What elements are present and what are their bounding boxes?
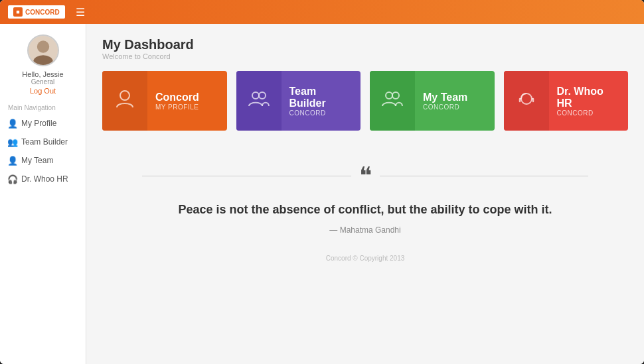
sidebar-role: General [31, 78, 55, 86]
card-title-dr-whoo-hr: Dr. Whoo HR [557, 86, 621, 109]
card-icon-area-dr-whoo-hr [504, 71, 549, 131]
card-info-team-builder: Team Builder CONCORD [282, 71, 361, 131]
nav-label-team-builder: Team Builder [21, 137, 68, 147]
svg-point-4 [252, 92, 259, 99]
svg-point-6 [386, 92, 392, 99]
card-icon-area-team-builder [236, 71, 282, 131]
nav-icon-dr-whoo-hr: 🎧 [8, 174, 17, 184]
sidebar-item-dr-whoo-hr[interactable]: 🎧 Dr. Whoo HR [0, 170, 86, 188]
card-subtitle-my-team: CONCORD [423, 103, 487, 111]
topbar: ■ CONCORD ☰ [0, 0, 644, 24]
nav-icon-my-team: 👤 [8, 156, 17, 165]
logo-text: CONCORD [25, 9, 60, 16]
nav-icon-my-profile: 👤 [8, 119, 17, 128]
logo-icon: ■ [13, 7, 23, 17]
card-icon-area-my-team [370, 71, 415, 131]
card-icon-team-builder [248, 88, 270, 115]
sidebar-item-my-profile[interactable]: 👤 My Profile [0, 114, 86, 133]
nav-icon-team-builder: 👥 [8, 137, 17, 147]
card-icon-my-team [381, 88, 404, 115]
sidebar-hello: Hello, Jessie [22, 70, 63, 78]
nav-label-dr-whoo-hr: Dr. Whoo HR [21, 174, 68, 184]
sidebar-nav: 👤 My Profile👥 Team Builder👤 My Team🎧 Dr.… [0, 114, 86, 188]
card-team-builder[interactable]: Team Builder CONCORD [236, 71, 361, 131]
card-icon-concord [114, 88, 136, 115]
card-info-concord: Concord MY PROFILE [147, 71, 227, 131]
svg-point-7 [392, 92, 399, 99]
svg-point-1 [37, 40, 48, 52]
footer: Concord © Copyright 2013 [102, 248, 628, 269]
sidebar-item-my-team[interactable]: 👤 My Team [0, 151, 86, 170]
card-title-team-builder: Team Builder [289, 86, 353, 109]
hamburger-button[interactable]: ☰ [76, 6, 85, 19]
card-subtitle-team-builder: CONCORD [289, 109, 353, 117]
nav-section-label: Main Navigation [0, 104, 56, 111]
card-concord[interactable]: Concord MY PROFILE [102, 71, 227, 131]
avatar [27, 34, 59, 66]
card-subtitle-concord: MY PROFILE [155, 103, 219, 111]
logout-button[interactable]: Log Out [30, 87, 56, 95]
card-dr-whoo-hr[interactable]: Dr. Whoo HR CONCORD [504, 71, 629, 131]
card-subtitle-dr-whoo-hr: CONCORD [557, 109, 621, 117]
card-my-team[interactable]: My Team CONCORD [370, 71, 495, 131]
card-title-my-team: My Team [423, 91, 487, 103]
card-info-dr-whoo-hr: Dr. Whoo HR CONCORD [549, 71, 629, 131]
quote-text: Peace is not the absence of conflict, bu… [142, 201, 588, 219]
nav-label-my-team: My Team [21, 156, 53, 165]
quote-line-right [380, 176, 589, 176]
quote-line-left [142, 176, 351, 176]
main-layout: Hello, Jessie General Log Out Main Navig… [0, 24, 644, 364]
quote-section: ❝ Peace is not the absence of conflict, … [102, 151, 628, 248]
page-title: My Dashboard [102, 37, 628, 52]
page-subtitle: Welcome to Concord [102, 52, 628, 60]
sidebar-item-team-builder[interactable]: 👥 Team Builder [0, 133, 86, 151]
card-title-concord: Concord [155, 91, 219, 103]
svg-point-5 [259, 92, 266, 99]
sidebar: Hello, Jessie General Log Out Main Navig… [0, 24, 86, 364]
quote-marks: ❝ [359, 164, 372, 188]
quote-author: — Mahatma Gandhi [142, 225, 588, 235]
nav-label-my-profile: My Profile [21, 119, 56, 128]
quote-divider: ❝ [142, 164, 588, 188]
card-info-my-team: My Team CONCORD [415, 71, 495, 131]
logo[interactable]: ■ CONCORD [8, 5, 65, 19]
dashboard-cards: Concord MY PROFILE Team Builder CONCORD [102, 71, 628, 131]
card-icon-area-concord [102, 71, 147, 131]
svg-point-3 [120, 91, 129, 100]
app-screen: ■ CONCORD ☰ Hello, Jessie General Log Ou… [0, 0, 644, 364]
card-icon-dr-whoo-hr [515, 88, 538, 115]
main-content: My Dashboard Welcome to Concord Concord … [86, 24, 644, 364]
